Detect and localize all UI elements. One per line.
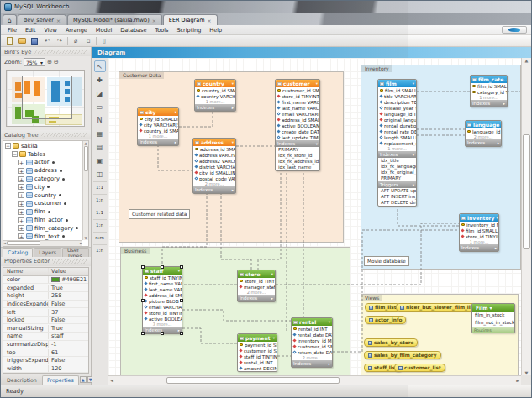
section-indexes[interactable]: Indexes▸ [471,100,507,107]
selection-handle[interactable] [161,265,164,269]
rel-11-identifying-tool[interactable]: 1:1 [93,207,107,217]
tab-dev-server[interactable]: dev_server× [18,14,66,25]
property-row-locked[interactable]: lockedFalse [3,317,88,325]
menu-view[interactable]: View [40,27,61,34]
selection-handle[interactable] [141,265,145,269]
tree-item-actor[interactable]: +actor [3,159,82,167]
tree-item-film-category[interactable]: +film_category [3,224,82,233]
canvas-vertical-scrollbar[interactable]: ▲▼ [521,58,531,375]
tree-item-address[interactable]: +address [3,166,82,175]
view-nicer-but-slower-film-list[interactable]: nicer_but_slower_film_list [396,303,480,312]
rel-1n-non-identifying-tool[interactable]: 1:n [93,194,107,205]
layer-tool[interactable]: ▭ [94,101,106,113]
tree-expander-icon[interactable]: + [18,184,24,190]
tree-item-film-text[interactable]: +film_text [3,233,82,240]
note-tool[interactable]: N [94,114,106,126]
table-tool[interactable]: ▤ [94,141,106,153]
tree-item-city[interactable]: +city [3,183,82,191]
property-row-height[interactable]: height258 [3,292,88,301]
tab-properties[interactable]: Properties [42,375,79,385]
diagram-table-payment[interactable]: payment▾payment_id SMAL...customer_id SM… [237,333,277,372]
scroll-up-arrow[interactable]: ▲ [525,58,529,63]
section-indexes[interactable]: Indexes▸ [460,244,498,251]
minimap-viewport[interactable] [22,76,72,119]
property-row-color[interactable]: color#499E21 [3,276,88,285]
menu-scripting[interactable]: Scripting [172,27,205,34]
table-header[interactable]: film_cate...▾ [471,76,507,83]
table-header[interactable]: rental▾ [292,318,332,326]
tree-item-category[interactable]: +category [3,175,82,183]
menu-tools[interactable]: Tools [150,27,172,34]
tree-item-customer[interactable]: +customer [3,200,82,208]
tree-expander-icon[interactable]: + [18,168,24,174]
delete-tool[interactable]: ◪ [94,87,106,99]
tree-expander-icon[interactable]: + [18,192,24,198]
property-row-width[interactable]: width120 [3,364,88,373]
section-indexes[interactable]: Indexes▸ [238,295,275,301]
section-indexes[interactable]: Indexes▾ [276,140,319,147]
zoom-out-button[interactable]: ⊖ [54,59,59,65]
diagram-table-inventory[interactable]: inventory▾inventory_id MEDI...film_id SM… [459,213,499,252]
note-customer-related-data[interactable]: Customer related data [129,209,190,219]
scroll-left-arrow[interactable]: ◄ [3,241,6,245]
tree-item-country[interactable]: +country [3,191,82,200]
table-header[interactable]: film▾ [378,80,416,87]
rel-11-non-identifying-tool[interactable]: 1:1 [93,181,107,192]
note-movie-database[interactable]: Movie database [364,256,409,266]
diagram-canvas[interactable]: Customer DataInventoryBusinessViewsCusto… [108,58,521,375]
tree-horizontal-scrollbar[interactable]: ◄► [3,240,82,246]
menu-file[interactable]: File [3,27,21,34]
close-icon[interactable]: × [208,18,212,24]
diagram-table-customer[interactable]: customer▾customer_id SMALL...store_id TI… [275,79,320,171]
tree-item-film-actor[interactable]: +film_actor [3,216,82,224]
collapse-up-button[interactable]: ▲ [80,376,87,383]
property-row-left[interactable]: left37 [3,308,88,317]
selection-handle[interactable] [141,332,145,335]
tab-description[interactable]: Description [3,375,41,385]
routine-group-tool[interactable]: ◫ [94,168,106,180]
tab-catalog[interactable]: Catalog [3,248,33,257]
routine-group-header[interactable]: Film▾ [472,304,514,312]
property-row-expanded[interactable]: expandedTrue [3,284,88,292]
scroll-thumb[interactable] [166,377,340,384]
tree-expander-icon[interactable]: + [18,217,24,223]
selection-handle[interactable] [180,265,183,269]
diagram-table-rental[interactable]: rental▾rental_id INTrental_date DATE...i… [291,317,333,368]
diagram-table-address[interactable]: address▾address_id SMALLINTaddress VARCH… [192,138,236,194]
tab-mysql-model-sakila-mwb[interactable]: MySQL Model* (sakila.mwb)× [67,14,162,25]
property-row-triggersexpanded[interactable]: triggersExpandedFalse [3,357,88,365]
rel-1n-identifying-tool[interactable]: 1:n [93,219,107,230]
view-customer-list[interactable]: customer_list [394,364,445,372]
view-sales-by-store[interactable]: sales_by_store [364,338,418,347]
selection-handle[interactable] [180,332,183,335]
tree-expander-icon[interactable]: + [18,176,24,182]
scroll-down-arrow[interactable]: ▼ [84,236,87,240]
tree-item-film[interactable]: +film [3,207,82,216]
tree-expander-icon[interactable]: − [5,143,11,149]
tab-layers[interactable]: Layers [34,248,61,257]
selection-handle[interactable] [141,299,145,302]
tab-eer-diagram[interactable]: EER Diagram× [163,14,218,25]
property-row-top[interactable]: top61 [3,348,88,357]
scroll-thumb[interactable] [7,241,40,245]
property-row-summarizedisplay[interactable]: summarizeDisplay-1 [3,341,88,349]
menu-edit[interactable]: Edit [21,27,40,34]
tree-item-tables[interactable]: −Tables [3,150,82,159]
table-header[interactable]: store▾ [238,270,275,278]
tree-expander-icon[interactable]: + [18,225,24,231]
tree-expander-icon[interactable]: + [18,233,24,239]
menu-help[interactable]: Help [205,27,226,34]
menu-database[interactable]: Database [116,27,150,34]
section-indexes[interactable]: Indexes▸ [195,104,235,111]
scroll-left-arrow[interactable]: ◄ [110,378,113,383]
diagram-table-country[interactable]: country▾country_id SMALLINTcountry VARCH… [194,79,236,112]
scroll-thumb[interactable] [84,146,88,171]
diagram-table-staff[interactable]: staff▾staff_id TINYINTfirst_name VARCH..… [142,266,182,334]
birds-eye-minimap[interactable] [6,70,85,127]
section-indexes[interactable]: Indexes▸ [466,139,501,146]
tree-item-sakila[interactable]: −sakila [3,142,82,150]
tree-expander-icon[interactable]: + [18,209,24,215]
view-actor-info[interactable]: actor_info [365,316,406,324]
cursor-tool[interactable]: ↖ [94,60,106,72]
close-icon[interactable]: × [152,18,156,24]
